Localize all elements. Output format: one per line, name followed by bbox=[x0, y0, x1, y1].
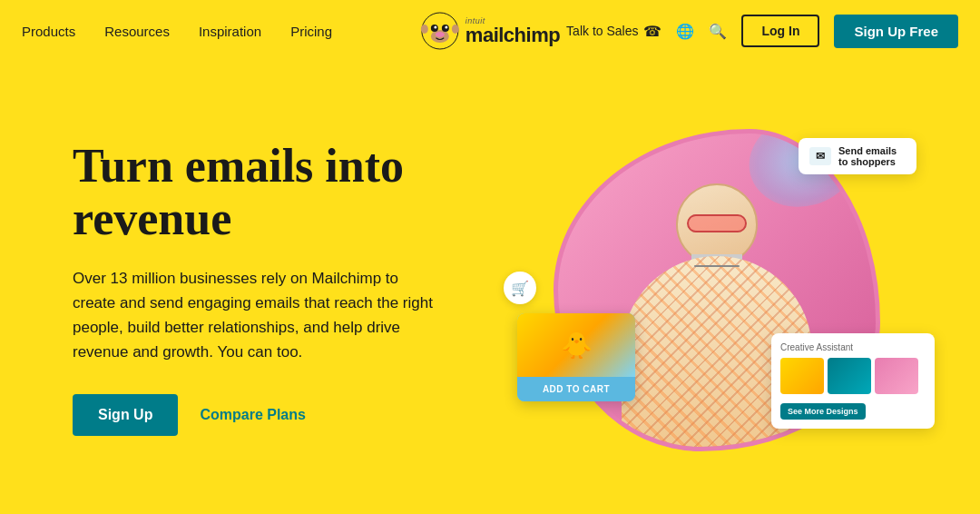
hero-buttons: Sign Up Compare Plans bbox=[73, 394, 526, 436]
globe-icon[interactable]: 🌐 bbox=[676, 23, 694, 40]
rubber-duck-icon: 🐥 bbox=[561, 331, 593, 361]
nav-item-pricing[interactable]: Pricing bbox=[290, 24, 332, 39]
cart-float-icon: 🛒 bbox=[504, 272, 536, 304]
see-more-designs-button[interactable]: See More Designs bbox=[780, 403, 866, 420]
hero-text: Turn emails into revenue Over 13 million… bbox=[73, 140, 526, 435]
svg-point-8 bbox=[452, 25, 459, 34]
cart-product-image: 🐥 bbox=[517, 313, 635, 377]
envelope-icon: ✉ bbox=[809, 147, 831, 165]
add-to-cart-button[interactable]: ADD TO CART bbox=[517, 377, 635, 401]
compare-plans-link[interactable]: Compare Plans bbox=[200, 407, 305, 423]
logo[interactable]: intuit mailchimp bbox=[420, 11, 560, 51]
svg-point-4 bbox=[434, 26, 436, 29]
creative-assistant-title: Creative Assistant bbox=[780, 342, 926, 352]
svg-point-5 bbox=[445, 26, 447, 29]
hero-section: Turn emails into revenue Over 13 million… bbox=[0, 62, 980, 514]
creative-image-2 bbox=[828, 358, 871, 394]
send-emails-label: Send emails to shoppers bbox=[838, 145, 906, 167]
hero-description: Over 13 million businesses rely on Mailc… bbox=[73, 266, 436, 365]
hero-title: Turn emails into revenue bbox=[73, 140, 526, 243]
creative-image-1 bbox=[780, 358, 824, 394]
necklace bbox=[694, 265, 740, 267]
login-button[interactable]: Log In bbox=[741, 15, 819, 47]
creative-assistant-images bbox=[780, 358, 926, 394]
hero-image: 🛒 bbox=[526, 80, 907, 496]
creative-image-3 bbox=[875, 358, 918, 394]
svg-point-7 bbox=[421, 25, 428, 34]
talk-to-sales[interactable]: Talk to Sales ☎ bbox=[566, 23, 662, 40]
card-creative-assistant: Creative Assistant See More Designs bbox=[771, 333, 935, 429]
svg-point-6 bbox=[436, 32, 445, 37]
search-icon[interactable]: 🔍 bbox=[709, 23, 727, 40]
talk-to-sales-label: Talk to Sales bbox=[566, 24, 638, 38]
logo-mailchimp: mailchimp bbox=[466, 25, 560, 45]
nav-item-products[interactable]: Products bbox=[22, 24, 75, 39]
card-send-emails: ✉ Send emails to shoppers bbox=[799, 138, 916, 174]
phone-icon: ☎ bbox=[643, 23, 662, 40]
navbar: Products Resources Inspiration Pricing i… bbox=[0, 0, 980, 62]
sunglasses bbox=[687, 214, 747, 232]
logo-text: intuit mailchimp bbox=[466, 17, 560, 45]
mailchimp-logo-icon bbox=[420, 11, 460, 51]
signup-free-button[interactable]: Sign Up Free bbox=[834, 15, 958, 48]
card-add-to-cart: 🐥 ADD TO CART bbox=[517, 313, 635, 401]
nav-right: Talk to Sales ☎ 🌐 🔍 Log In Sign Up Free bbox=[566, 15, 958, 48]
shopping-cart-icon: 🛒 bbox=[511, 280, 529, 297]
nav-item-inspiration[interactable]: Inspiration bbox=[199, 24, 261, 39]
nav-item-resources[interactable]: Resources bbox=[104, 24, 170, 39]
person-head bbox=[676, 183, 758, 265]
nav-left: Products Resources Inspiration Pricing bbox=[22, 24, 332, 39]
hero-blob-container: 🛒 bbox=[544, 120, 889, 456]
signup-hero-button[interactable]: Sign Up bbox=[73, 394, 178, 436]
